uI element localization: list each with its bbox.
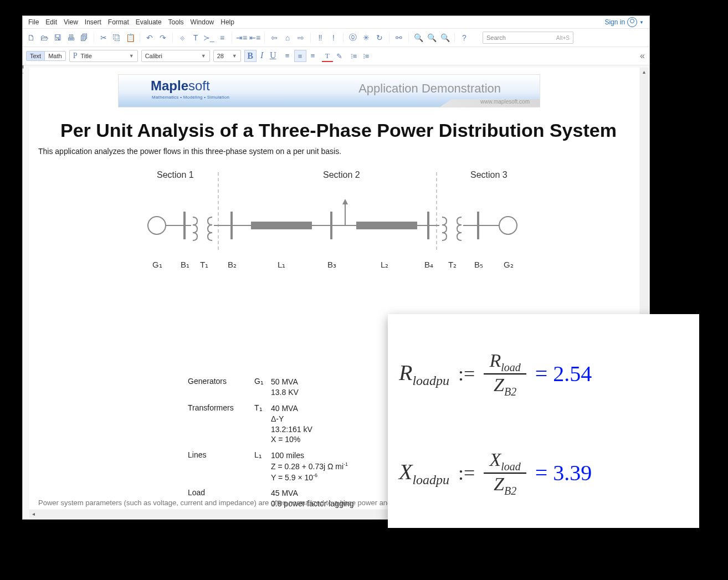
label-G2: G₂ <box>504 260 514 270</box>
link-icon[interactable]: ⚯ <box>394 33 404 43</box>
spec-xfmr-v2: Δ-Y <box>271 414 312 424</box>
scroll-up-icon[interactable]: ▴ <box>640 68 648 76</box>
svg-point-20 <box>499 217 517 234</box>
mode-toggle[interactable]: Text Math <box>26 51 66 61</box>
font-size-dropdown[interactable]: 28 ▼ <box>213 50 241 62</box>
page-description: This application analyzes the power flow… <box>38 147 639 156</box>
menu-help[interactable]: Help <box>217 17 238 27</box>
equation-xloadpu: Xloadpu := Xload ZB2 = 3.39 <box>399 423 688 522</box>
search-shortcut-hint: Alt+S <box>556 35 570 41</box>
label-B5: B₅ <box>474 260 483 270</box>
label-B4: B₄ <box>424 260 433 270</box>
number-list-icon[interactable]: ⁝≡ <box>361 50 372 61</box>
print-icon[interactable]: 🖶 <box>66 33 76 43</box>
spec-generators-label: Generators <box>188 377 254 398</box>
back-icon[interactable]: ⇦ <box>269 33 279 43</box>
stop-icon[interactable]: ⓪ <box>348 33 358 43</box>
insert-code-icon[interactable]: ≻_ <box>204 33 214 43</box>
menu-edit[interactable]: Edit <box>42 17 60 27</box>
zoom-in-icon[interactable]: 🔍 <box>413 33 423 43</box>
spec-load-v1: 45 MVA <box>271 488 353 499</box>
svg-rect-13 <box>356 222 417 229</box>
mode-text[interactable]: Text <box>27 52 45 60</box>
bold-button[interactable]: B <box>244 50 257 62</box>
banner-tagline: Mathematics • Modeling • Simulation <box>152 95 229 100</box>
redo-icon[interactable]: ↷ <box>158 33 168 43</box>
execute-icon[interactable]: ! <box>329 33 339 43</box>
insert-text-icon[interactable]: T <box>191 33 201 43</box>
outdent-icon[interactable]: ⇤≡ <box>250 33 260 43</box>
collapse-panel-icon[interactable]: « <box>640 51 645 61</box>
spec-lines-label: Lines <box>188 450 254 483</box>
chevron-down-icon: ▼ <box>232 53 237 59</box>
undo-icon[interactable]: ↶ <box>145 33 155 43</box>
spec-gen-v1: 50 MVA <box>271 377 299 387</box>
chevron-down-icon: ▼ <box>129 53 134 59</box>
align-right-icon[interactable]: ≡ <box>307 50 319 61</box>
bullet-list-icon[interactable]: ⁝≡ <box>348 50 360 61</box>
format-toolbar: Text Math P Title ▼ Calibri ▼ 28 ▼ B I U… <box>23 47 649 65</box>
print-preview-icon[interactable]: 🗐 <box>79 33 89 43</box>
restart-icon[interactable]: ↻ <box>375 33 384 43</box>
menu-evaluate[interactable]: Evaluate <box>132 17 165 27</box>
debug-icon[interactable]: ✳ <box>361 33 371 43</box>
zoom-out-icon[interactable]: 🔍 <box>440 33 450 43</box>
insert-group-icon[interactable]: ⟐ <box>177 33 187 43</box>
home-icon[interactable]: ⌂ <box>283 33 293 43</box>
italic-button[interactable]: I <box>257 50 268 61</box>
new-doc-icon[interactable]: 🗋 <box>26 33 36 43</box>
signin-link[interactable]: Sign in <box>604 18 625 26</box>
cut-icon[interactable]: ✂ <box>99 33 109 43</box>
spec-xfmr-v3: 13.2:161 kV <box>271 424 312 435</box>
open-icon[interactable]: 🗁 <box>39 33 49 43</box>
panel-splitter[interactable] <box>23 65 23 76</box>
menu-insert[interactable]: Insert <box>81 17 105 27</box>
save-icon[interactable]: 🖫 <box>53 33 63 43</box>
font-color-icon[interactable]: T <box>322 50 333 61</box>
banner: Maplesoft Mathematics • Modeling • Simul… <box>118 74 540 107</box>
user-icon[interactable] <box>627 17 637 27</box>
copy-icon[interactable]: ⿻ <box>112 33 122 43</box>
spec-lines-sym: L₁ <box>254 450 271 483</box>
label-B3: B₃ <box>327 260 336 270</box>
page-title: Per Unit Analysis of a Three-Phase Power… <box>60 120 639 141</box>
equation-rloadpu: Rloadpu := Rload ZB2 = 2.54 <box>399 324 688 423</box>
spec-line-v3: Y = 5.9 × 10-6 <box>271 472 348 483</box>
equation-overlay: Rloadpu := Rload ZB2 = 2.54 Xloadpu := X… <box>388 314 699 528</box>
menubar: File Edit View Insert Format Evaluate To… <box>23 16 649 29</box>
underline-button[interactable]: U <box>268 50 279 61</box>
forward-icon[interactable]: ⇨ <box>296 33 306 43</box>
equation-x-result: = 3.39 <box>535 460 592 486</box>
svg-rect-7 <box>251 222 312 229</box>
paragraph-style-dropdown[interactable]: P Title ▼ <box>69 50 138 62</box>
align-left-icon[interactable]: ≡ <box>282 50 293 61</box>
mode-math[interactable]: Math <box>45 52 65 60</box>
label-B1: B₁ <box>181 260 189 270</box>
section3-label: Section 3 <box>470 170 507 180</box>
align-center-icon[interactable]: ≡ <box>294 50 306 62</box>
font-dropdown[interactable]: Calibri ▼ <box>141 50 210 62</box>
menu-tools[interactable]: Tools <box>165 17 187 27</box>
menu-format[interactable]: Format <box>105 17 132 27</box>
svg-marker-11 <box>342 199 348 204</box>
user-menu-caret-icon[interactable]: ▼ <box>639 20 644 25</box>
scroll-left-icon[interactable]: ◂ <box>29 510 38 518</box>
help-icon[interactable]: ? <box>459 33 469 43</box>
spec-line-v1: 100 miles <box>271 450 348 461</box>
svg-point-0 <box>148 217 166 234</box>
execute-all-icon[interactable]: ‼ <box>315 33 325 43</box>
zoom-reset-icon[interactable]: 🔍 <box>427 33 437 43</box>
indent-icon[interactable]: ⇥≡ <box>237 33 247 43</box>
spec-table: Generators G₁ 50 MVA 13.8 KV Transformer… <box>188 377 353 509</box>
menu-view[interactable]: View <box>60 17 81 27</box>
highlight-icon[interactable]: ✎ <box>334 50 345 61</box>
main-toolbar: 🗋 🗁 🖫 🖶 🗐 ✂ ⿻ 📋 ↶ ↷ ⟐ T ≻_ ≡ ⇥≡ ⇤≡ ⇦ ⌂ ⇨… <box>23 29 649 47</box>
label-L1: L₁ <box>278 260 285 270</box>
menu-window[interactable]: Window <box>187 17 218 27</box>
insert-section-icon[interactable]: ≡ <box>217 33 227 43</box>
spec-transformers-sym: T₁ <box>254 403 271 445</box>
search-input[interactable]: Search Alt+S <box>483 32 573 44</box>
menu-file[interactable]: File <box>25 17 42 27</box>
spec-xfmr-v1: 40 MVA <box>271 403 312 414</box>
paste-icon[interactable]: 📋 <box>125 33 135 43</box>
